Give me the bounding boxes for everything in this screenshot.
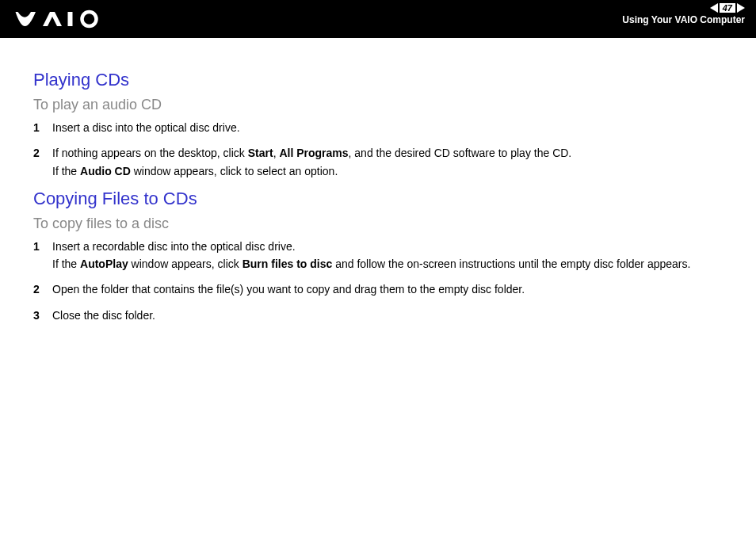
step-number: 2 <box>33 145 52 181</box>
step-body: Close the disc folder. <box>52 307 732 325</box>
svg-rect-0 <box>68 12 73 26</box>
step: 1Insert a disc into the optical disc dri… <box>33 120 732 137</box>
section-title: Using Your VAIO Computer <box>622 14 745 25</box>
step-line: If the Audio CD window appears, click to… <box>52 163 732 179</box>
step-body: Insert a disc into the optical disc driv… <box>52 120 732 137</box>
step: 3Close the disc folder. <box>33 307 732 325</box>
bold-term: Start <box>248 147 273 159</box>
section-heading: Playing CDs <box>33 70 732 90</box>
step-line: If nothing appears on the desktop, click… <box>52 145 732 161</box>
vaio-logo <box>14 10 109 29</box>
step: 1Insert a recordable disc into the optic… <box>33 238 732 274</box>
section-heading: Copying Files to CDs <box>33 189 732 209</box>
next-page-icon[interactable] <box>737 3 745 13</box>
step-number: 1 <box>33 120 52 137</box>
page-number: 47 <box>720 3 735 13</box>
step-number: 1 <box>33 238 52 274</box>
step-line: Open the folder that contains the file(s… <box>52 281 732 297</box>
step-body: Open the folder that contains the file(s… <box>52 281 732 299</box>
page-content: Playing CDsTo play an audio CD1Insert a … <box>0 38 756 357</box>
step-line: Insert a recordable disc into the optica… <box>52 238 732 254</box>
step-line: Close the disc folder. <box>52 307 732 323</box>
bold-term: All Programs <box>279 147 348 159</box>
header-nav: 47 Using Your VAIO Computer <box>622 3 745 25</box>
page-header: 47 Using Your VAIO Computer <box>0 0 756 38</box>
prev-page-icon[interactable] <box>710 3 718 13</box>
step: 2Open the folder that contains the file(… <box>33 281 732 299</box>
step-number: 3 <box>33 307 52 325</box>
bold-term: Burn files to disc <box>242 257 333 270</box>
step-line: Insert a disc into the optical disc driv… <box>52 120 732 135</box>
step-body: Insert a recordable disc into the optica… <box>52 238 732 274</box>
bold-term: AutoPlay <box>80 257 128 270</box>
step-line: If the AutoPlay window appears, click Bu… <box>52 256 732 272</box>
step-number: 2 <box>33 281 52 299</box>
step-body: If nothing appears on the desktop, click… <box>52 145 732 181</box>
sub-heading: To copy files to a disc <box>33 216 732 232</box>
step: 2If nothing appears on the desktop, clic… <box>33 145 732 181</box>
bold-term: Audio CD <box>80 165 131 177</box>
svg-point-1 <box>82 12 97 26</box>
sub-heading: To play an audio CD <box>33 97 732 113</box>
